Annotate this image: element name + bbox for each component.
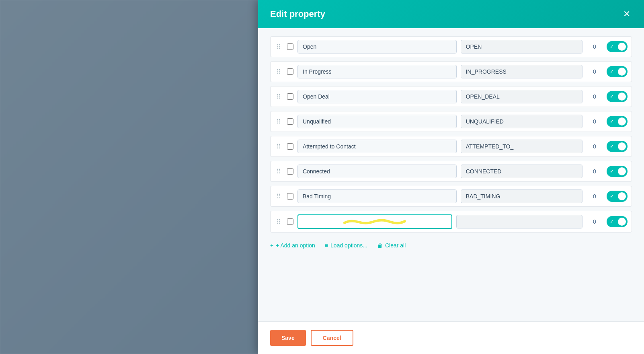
value-input-unqualified[interactable]	[461, 115, 582, 128]
option-row-in-progress: ⠿ 0 ✓	[270, 61, 632, 82]
modal-title: Edit property	[270, 9, 325, 19]
add-option-label: + Add an option	[276, 242, 315, 249]
checkbox-unqualified[interactable]	[287, 118, 293, 125]
drag-handle-new[interactable]: ⠿	[275, 218, 283, 226]
value-input-open-deal[interactable]	[461, 90, 582, 103]
label-input-open[interactable]	[297, 40, 457, 54]
drag-handle-connected[interactable]: ⠿	[275, 168, 283, 175]
value-input-open[interactable]	[461, 40, 582, 54]
option-row-open-deal: ⠿ 0 ✓	[270, 86, 632, 107]
toggle-check-attempted: ✓	[610, 144, 614, 149]
checkbox-open[interactable]	[287, 43, 293, 50]
load-options-button[interactable]: ≡ Load options...	[325, 240, 367, 251]
toggle-attempted[interactable]: ✓	[607, 141, 628, 152]
value-input-attempted[interactable]	[461, 140, 582, 153]
save-button[interactable]: Save	[270, 330, 306, 346]
toggle-check-connected: ✓	[610, 169, 614, 174]
label-input-connected[interactable]	[297, 165, 457, 178]
label-input-in-progress[interactable]	[297, 65, 457, 78]
toggle-connected[interactable]: ✓	[607, 166, 628, 177]
count-bad-timing: 0	[587, 193, 603, 200]
toggle-unqualified[interactable]: ✓	[607, 116, 628, 127]
drag-handle-bad-timing[interactable]: ⠿	[275, 193, 283, 200]
close-icon: ✕	[623, 10, 630, 19]
toggle-open[interactable]: ✓	[607, 41, 628, 52]
modal-footer: Save Cancel	[258, 321, 644, 354]
option-row-bad-timing: ⠿ 0 ✓	[270, 186, 632, 207]
load-icon: ≡	[325, 242, 328, 249]
value-input-new[interactable]	[456, 215, 582, 228]
label-input-bad-timing[interactable]	[297, 189, 457, 203]
clear-all-button[interactable]: 🗑 Clear all	[377, 240, 406, 251]
option-row-connected: ⠿ 0 ✓	[270, 161, 632, 182]
drag-handle-attempted[interactable]: ⠿	[275, 143, 283, 150]
checkbox-attempted[interactable]	[287, 143, 293, 150]
checkbox-bad-timing[interactable]	[287, 193, 293, 200]
toggle-check-unqualified: ✓	[610, 119, 614, 124]
count-in-progress: 0	[587, 68, 603, 75]
checkbox-connected[interactable]	[287, 168, 293, 175]
trash-icon: 🗑	[377, 242, 383, 249]
checkbox-open-deal[interactable]	[287, 93, 293, 100]
option-row-open: ⠿ 0 ✓	[270, 36, 632, 57]
toggle-bad-timing[interactable]: ✓	[607, 191, 628, 202]
option-row-unqualified: ⠿ 0 ✓	[270, 111, 632, 132]
drag-handle-open[interactable]: ⠿	[275, 43, 283, 51]
count-attempted: 0	[587, 143, 603, 150]
toggle-check-in-progress: ✓	[610, 69, 614, 74]
toggle-check-open: ✓	[610, 44, 614, 49]
toggle-new[interactable]: ✓	[607, 216, 628, 227]
modal-body: ⠿ 0 ✓ ⠿ 0 ✓ ⠿ 0	[258, 28, 644, 321]
yellow-scribble-annotation	[343, 217, 407, 225]
load-options-label: Load options...	[330, 242, 367, 249]
toggle-in-progress[interactable]: ✓	[607, 66, 628, 77]
close-button[interactable]: ✕	[621, 8, 632, 20]
value-input-connected[interactable]	[461, 165, 582, 178]
footer-actions: + + Add an option ≡ Load options... 🗑 Cl…	[270, 237, 632, 254]
clear-all-label: Clear all	[385, 242, 406, 249]
toggle-check-open-deal: ✓	[610, 94, 614, 99]
count-open: 0	[587, 43, 603, 50]
toggle-check-new: ✓	[610, 219, 614, 224]
drag-handle-open-deal[interactable]: ⠿	[275, 93, 283, 101]
label-input-open-deal[interactable]	[297, 90, 457, 103]
label-input-unqualified[interactable]	[297, 115, 457, 128]
value-input-in-progress[interactable]	[461, 65, 582, 78]
value-input-bad-timing[interactable]	[461, 189, 582, 203]
toggle-check-bad-timing: ✓	[610, 193, 614, 199]
edit-property-modal: Edit property ✕ ⠿ 0 ✓ ⠿ 0 ✓	[258, 0, 644, 354]
cancel-button[interactable]: Cancel	[311, 330, 353, 346]
drag-handle-in-progress[interactable]: ⠿	[275, 68, 283, 76]
count-new: 0	[587, 218, 603, 225]
count-connected: 0	[587, 168, 603, 175]
option-row-new: ⠿ 0 ✓	[270, 211, 632, 233]
drag-handle-unqualified[interactable]: ⠿	[275, 118, 283, 126]
modal-header: Edit property ✕	[258, 0, 644, 28]
add-icon: +	[270, 242, 273, 249]
checkbox-in-progress[interactable]	[287, 68, 293, 75]
count-open-deal: 0	[587, 93, 603, 100]
label-input-attempted[interactable]	[297, 140, 457, 153]
toggle-open-deal[interactable]: ✓	[607, 91, 628, 102]
add-option-button[interactable]: + + Add an option	[270, 240, 315, 251]
checkbox-new[interactable]	[287, 218, 293, 225]
count-unqualified: 0	[587, 118, 603, 125]
option-row-attempted: ⠿ 0 ✓	[270, 136, 632, 157]
